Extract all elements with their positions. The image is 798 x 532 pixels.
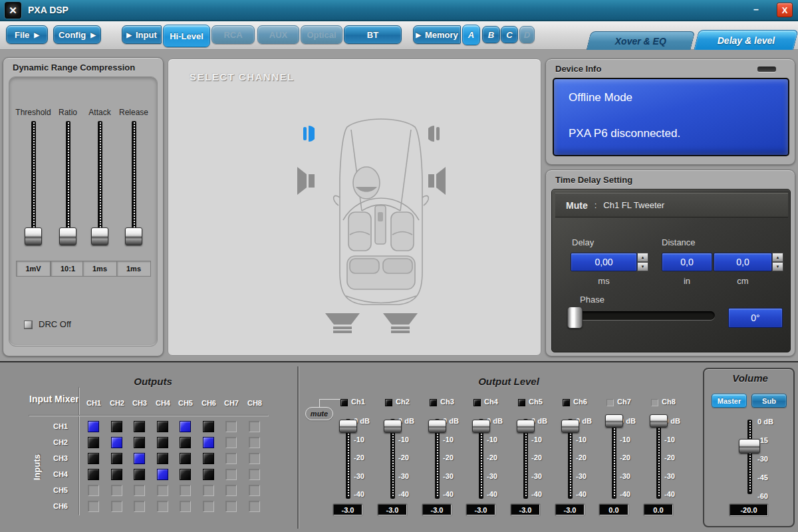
memory-slot-d[interactable]: D [519, 26, 535, 43]
tab-delay-level[interactable]: Delay & level [694, 30, 798, 50]
distance-spin-down-icon[interactable]: ▼ [772, 262, 783, 271]
subwoofer-left-icon[interactable] [325, 313, 360, 334]
drc-slider-track-threshold[interactable] [31, 121, 36, 234]
mute-checkbox-ch2[interactable] [385, 399, 392, 406]
drc-slider-track-ratio[interactable] [66, 121, 70, 234]
memory-slot-b[interactable]: B [482, 26, 500, 43]
delay-value-field[interactable]: 0,00 [571, 253, 637, 271]
input-tab-optical[interactable]: Optical [301, 25, 342, 44]
input-tab-bt[interactable]: BT [344, 25, 402, 44]
drc-slider-track-attack[interactable] [98, 121, 102, 234]
distance-in-field[interactable]: 0,0 [662, 253, 712, 271]
delay-spin-down-icon[interactable]: ▼ [637, 262, 648, 271]
collapse-dash-icon[interactable] [757, 66, 776, 72]
mixer-cell-in4-out1[interactable] [88, 469, 99, 480]
mixer-cell-in3-out5[interactable] [180, 453, 191, 464]
mute-checkbox-ch6[interactable] [563, 399, 570, 406]
mixer-cell-in3-out6[interactable] [203, 453, 214, 464]
mute-checkbox-ch5[interactable] [518, 399, 525, 406]
scale-tick--10: -10 [531, 436, 542, 444]
mixer-cell-in4-out5[interactable] [180, 469, 191, 480]
mixer-cell-in6-out8 [249, 501, 260, 512]
mixer-cell-in3-out2[interactable] [111, 453, 122, 464]
input-tab-aux[interactable]: AUX [257, 25, 299, 44]
volume-track[interactable] [747, 420, 752, 494]
drc-slider-handle-release[interactable] [125, 227, 142, 245]
speaker-fr-mid-icon[interactable] [428, 167, 446, 195]
speaker-fr-tweeter-icon[interactable] [428, 125, 440, 142]
memory-slot-c[interactable]: C [501, 26, 518, 43]
scale-tick--40: -40 [576, 490, 587, 498]
phase-slider-track[interactable] [572, 311, 715, 320]
mixer-cell-in2-out5[interactable] [180, 437, 191, 448]
mixer-cell-in1-out4[interactable] [157, 421, 168, 432]
mute-checkbox-ch4[interactable] [473, 399, 481, 406]
mixer-cell-in4-out3[interactable] [134, 469, 145, 480]
drc-off-checkbox[interactable] [24, 321, 33, 329]
mute-checkbox-ch3[interactable] [430, 399, 437, 406]
close-button[interactable]: X [777, 3, 793, 17]
phase-value-field[interactable]: 0° [728, 308, 783, 328]
mixer-cell-in3-out3[interactable] [134, 453, 145, 464]
input-tab-hi-level[interactable]: Hi-Level [163, 25, 210, 47]
volume-button-sub[interactable]: Sub [751, 394, 787, 408]
drc-slider-handle-ratio[interactable] [59, 227, 76, 245]
delay-label: Delay [572, 237, 594, 247]
level-track-ch8[interactable] [656, 419, 661, 499]
phase-slider-handle[interactable] [567, 307, 583, 329]
mixer-cell-in1-out5[interactable] [180, 421, 191, 432]
mixer-cell-in4-out2[interactable] [111, 469, 122, 480]
title-bar: ✕ PXA DSP – X [0, 0, 798, 21]
level-handle-ch8[interactable] [650, 414, 668, 428]
config-menu-button[interactable]: Config ▶ [53, 25, 101, 44]
mixer-cell-in5-out6 [203, 485, 214, 496]
level-handle-ch2[interactable] [384, 420, 402, 433]
mixer-cell-in3-out1[interactable] [88, 453, 99, 464]
mixer-cell-in1-out2[interactable] [111, 421, 122, 432]
level-handle-ch3[interactable] [428, 420, 446, 433]
mixer-col-header-ch4: CH4 [152, 399, 174, 407]
level-handle-ch5[interactable] [517, 420, 535, 433]
mixer-cell-in2-out2[interactable] [111, 437, 122, 448]
pxa-dsp-window: { "window": { "title": "PXA DSP", "logo_… [0, 0, 798, 532]
distance-cm-field[interactable]: 0,0 [714, 253, 772, 271]
drc-slider-track-release[interactable] [132, 121, 136, 234]
level-handle-ch6[interactable] [561, 420, 579, 433]
file-menu-button[interactable]: File ▶ [6, 25, 48, 44]
mixer-cell-in4-out6[interactable] [203, 469, 214, 480]
drc-slider-handle-threshold[interactable] [25, 227, 42, 245]
minimize-button[interactable]: – [749, 3, 763, 16]
speaker-fl-tweeter-icon[interactable] [303, 125, 315, 142]
level-track-ch7[interactable] [612, 419, 616, 499]
drc-slider-handle-attack[interactable] [91, 227, 108, 245]
delay-spin-up-icon[interactable]: ▲ [637, 253, 648, 262]
scale-tick--10: -10 [487, 436, 497, 444]
mixer-cell-in2-out1[interactable] [88, 437, 99, 448]
level-handle-ch7[interactable] [605, 414, 623, 428]
mixer-cell-in1-out1[interactable] [88, 421, 99, 432]
mixer-cell-in2-out3[interactable] [134, 437, 145, 448]
mixer-cell-in1-out6[interactable] [203, 421, 214, 432]
scale-tick--40: -40 [664, 490, 675, 498]
mute-checkbox-ch1[interactable] [340, 399, 348, 406]
mute-status-bar: Mute : Ch1 FL Tweeter [555, 193, 788, 217]
scale-tick--40: -40 [354, 490, 364, 498]
mixer-cell-in2-out4[interactable] [157, 437, 168, 448]
volume-button-master[interactable]: Master [712, 394, 747, 408]
input-tab-rca[interactable]: RCA [211, 25, 255, 44]
window-title: PXA DSP [28, 5, 68, 15]
level-handle-ch1[interactable] [339, 420, 357, 433]
mixer-cell-in2-out6[interactable] [203, 437, 214, 448]
mixer-cell-in6-out7 [225, 501, 237, 512]
speaker-fl-mid-icon[interactable] [297, 167, 315, 195]
distance-spin-up-icon[interactable]: ▲ [772, 253, 783, 262]
mixer-cell-in3-out4[interactable] [157, 453, 168, 464]
volume-handle[interactable] [739, 439, 760, 454]
mixer-cell-in1-out3[interactable] [134, 421, 145, 432]
tab-xover-eq[interactable]: Xover & EQ [587, 31, 696, 50]
mixer-cell-in5-out7 [225, 485, 237, 496]
level-handle-ch4[interactable] [472, 420, 490, 433]
subwoofer-right-icon[interactable] [383, 313, 418, 334]
mixer-cell-in4-out4[interactable] [157, 469, 168, 480]
memory-slot-a[interactable]: A [462, 25, 480, 45]
